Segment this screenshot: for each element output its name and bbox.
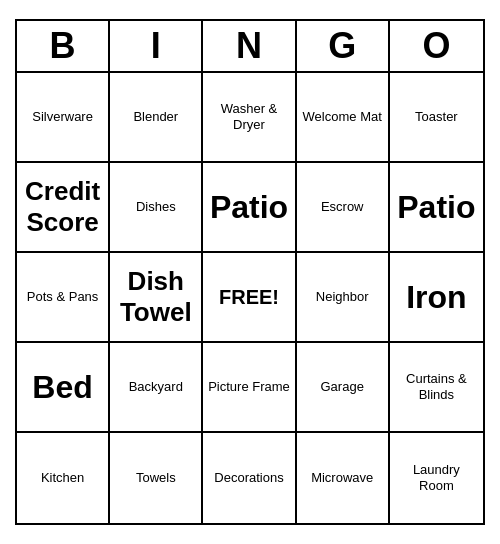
bingo-cell-0-4: Toaster: [390, 73, 483, 163]
bingo-grid: SilverwareBlenderWasher & DryerWelcome M…: [17, 73, 483, 523]
header-letter: I: [110, 21, 203, 71]
header-letter: G: [297, 21, 390, 71]
bingo-cell-1-1: Dishes: [110, 163, 203, 253]
bingo-cell-2-3: Neighbor: [297, 253, 390, 343]
bingo-cell-2-4: Iron: [390, 253, 483, 343]
bingo-cell-0-3: Welcome Mat: [297, 73, 390, 163]
bingo-cell-3-3: Garage: [297, 343, 390, 433]
bingo-cell-4-3: Microwave: [297, 433, 390, 523]
bingo-cell-0-0: Silverware: [17, 73, 110, 163]
header-letter: O: [390, 21, 483, 71]
bingo-cell-1-0: Credit Score: [17, 163, 110, 253]
bingo-cell-4-4: Laundry Room: [390, 433, 483, 523]
header-letter: N: [203, 21, 296, 71]
bingo-cell-1-2: Patio: [203, 163, 296, 253]
bingo-cell-3-0: Bed: [17, 343, 110, 433]
bingo-cell-0-2: Washer & Dryer: [203, 73, 296, 163]
bingo-cell-0-1: Blender: [110, 73, 203, 163]
bingo-cell-1-4: Patio: [390, 163, 483, 253]
header-letter: B: [17, 21, 110, 71]
bingo-header: BINGO: [17, 21, 483, 73]
bingo-cell-3-4: Curtains & Blinds: [390, 343, 483, 433]
bingo-cell-1-3: Escrow: [297, 163, 390, 253]
bingo-cell-4-1: Towels: [110, 433, 203, 523]
bingo-card: BINGO SilverwareBlenderWasher & DryerWel…: [15, 19, 485, 525]
bingo-cell-2-1: Dish Towel: [110, 253, 203, 343]
bingo-cell-4-2: Decorations: [203, 433, 296, 523]
bingo-cell-2-2: FREE!: [203, 253, 296, 343]
bingo-cell-3-2: Picture Frame: [203, 343, 296, 433]
bingo-cell-4-0: Kitchen: [17, 433, 110, 523]
bingo-cell-3-1: Backyard: [110, 343, 203, 433]
bingo-cell-2-0: Pots & Pans: [17, 253, 110, 343]
